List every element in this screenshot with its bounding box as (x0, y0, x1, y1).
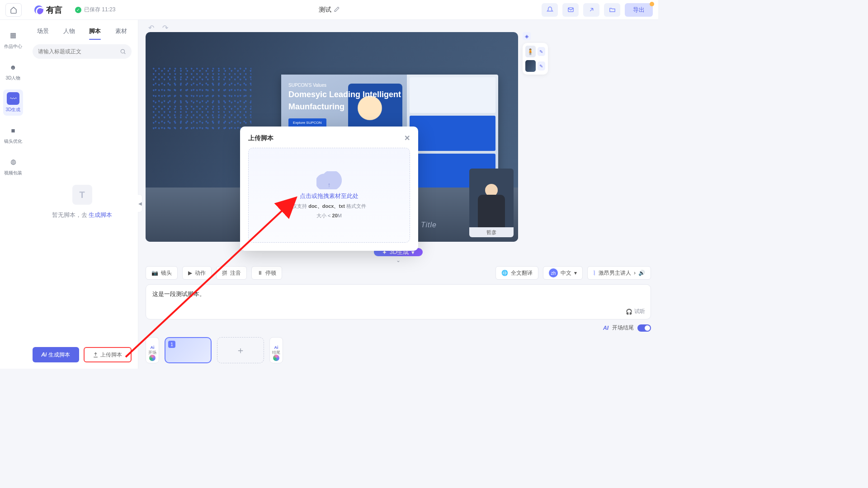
modal-header: 上传脚本 ✕ (248, 134, 410, 142)
dropzone-size: 大小 < 20M (316, 212, 342, 219)
upload-dropzone[interactable]: 点击或拖拽素材至此处 仅支持 doc、docx、txt 格式文件 大小 < 20… (248, 148, 410, 243)
dropzone-main-text: 点击或拖拽素材至此处 (300, 192, 359, 200)
upload-script-modal: 上传脚本 ✕ 点击或拖拽素材至此处 仅支持 doc、docx、txt 格式文件 … (240, 127, 418, 251)
cloud-upload-icon (316, 171, 342, 189)
modal-close-button[interactable]: ✕ (404, 134, 410, 142)
modal-title: 上传脚本 (248, 134, 274, 142)
dropzone-formats: 仅支持 doc、docx、txt 格式文件 (292, 203, 366, 210)
